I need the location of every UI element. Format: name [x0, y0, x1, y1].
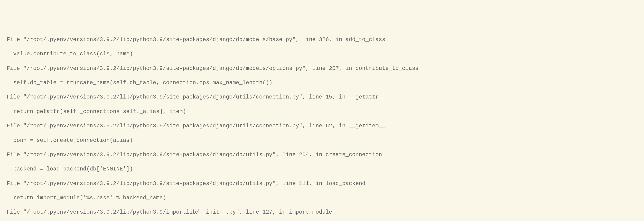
- traceback-frame-code: conn = self.create_connection(alias): [0, 137, 644, 144]
- traceback-frame-file: File "/root/.pyenv/versions/3.9.2/lib/py…: [0, 122, 644, 130]
- traceback-frame-code: return getattr(self._connections[self._a…: [0, 108, 644, 115]
- traceback-frame-code: backend = load_backend(db['ENGINE']): [0, 166, 644, 172]
- traceback-frame-code: self.db_table = truncate_name(self.db_ta…: [0, 79, 644, 86]
- traceback-frame-code: return import_module('%s.base' % backend…: [0, 194, 644, 202]
- traceback-frame-file: File "/root/.pyenv/versions/3.9.2/lib/py…: [0, 151, 644, 158]
- traceback-container: File "/root/.pyenv/versions/3.9.2/lib/py…: [0, 29, 644, 221]
- traceback-frame-file: File "/root/.pyenv/versions/3.9.2/lib/py…: [0, 180, 644, 187]
- traceback-frame-file: File "/root/.pyenv/versions/3.9.2/lib/py…: [0, 94, 644, 100]
- traceback-frame-file: File "/root/.pyenv/versions/3.9.2/lib/py…: [0, 65, 644, 72]
- traceback-frame-file: File "/root/.pyenv/versions/3.9.2/lib/py…: [0, 208, 644, 216]
- traceback-frame-code: value.contribute_to_class(cls, name): [0, 50, 644, 58]
- traceback-frame-file: File "/root/.pyenv/versions/3.9.2/lib/py…: [0, 36, 644, 43]
